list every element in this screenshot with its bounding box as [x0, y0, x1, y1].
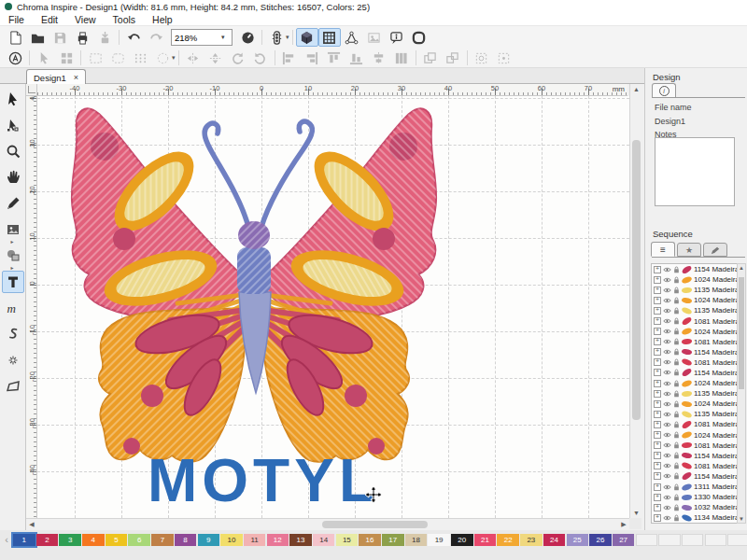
select-lasso-dropdown-icon[interactable]: ▾ [172, 54, 176, 62]
redwork-tool-button[interactable] [2, 323, 24, 345]
visibility-eye-icon[interactable] [663, 422, 671, 427]
design-info-button[interactable] [386, 28, 408, 47]
menu-help[interactable]: Help [144, 13, 181, 25]
lock-icon[interactable] [673, 328, 680, 335]
save-button[interactable] [49, 28, 71, 47]
lock-icon[interactable] [673, 431, 680, 439]
palette-swatch-5[interactable]: 5 [106, 534, 128, 546]
visibility-eye-icon[interactable] [663, 442, 671, 448]
lock-icon[interactable] [673, 369, 680, 376]
sequence-scrollbar[interactable]: ▲ ▼ [737, 263, 746, 524]
lock-icon[interactable] [673, 276, 680, 284]
sequence-row[interactable]: +1024 Madeira R [652, 295, 740, 305]
sequence-row[interactable]: +1135 Madeira R [652, 409, 740, 419]
scroll-down-icon[interactable]: ▼ [630, 510, 642, 516]
expand-icon[interactable]: + [654, 348, 661, 356]
sequence-row[interactable]: +1154 Madeira R [652, 347, 740, 357]
palette-swatch-15[interactable]: 15 [336, 534, 359, 546]
rotate-ccw-button[interactable] [227, 49, 249, 67]
select-mesh-button[interactable] [129, 49, 151, 67]
palette-swatch-21[interactable]: 21 [474, 534, 497, 546]
lock-icon[interactable] [673, 297, 680, 304]
design-info-tab[interactable]: i [652, 83, 676, 98]
visibility-eye-icon[interactable] [663, 473, 671, 479]
marquee-rounded-button[interactable] [106, 49, 129, 67]
applique-tool-button[interactable] [2, 375, 24, 398]
visibility-eye-icon[interactable] [663, 359, 671, 365]
sequence-list-tab[interactable]: ≡ [651, 242, 675, 257]
sequence-row[interactable]: +1154 Madeira R [652, 471, 740, 482]
visibility-eye-icon[interactable] [663, 495, 671, 500]
ungroup-button[interactable] [442, 49, 464, 67]
stitch-simulator-dropdown-icon[interactable]: ▾ [286, 34, 289, 41]
flip-v-button[interactable] [204, 49, 227, 67]
decoration-tool-button[interactable] [2, 349, 24, 371]
scroll-left-icon[interactable]: ◀ [27, 521, 36, 528]
align-bottom-button[interactable] [345, 49, 368, 67]
transform-points-button[interactable] [493, 49, 515, 67]
palette-swatch-8[interactable]: 8 [175, 534, 197, 546]
visibility-eye-icon[interactable] [663, 515, 671, 521]
file-new-button[interactable] [4, 28, 26, 47]
seq-scroll-up-icon[interactable]: ▲ [738, 265, 745, 271]
shape-tool-flyout-icon[interactable]: ▸ [11, 264, 14, 271]
sequence-row[interactable]: +1330 Madeira R [652, 492, 740, 502]
visibility-eye-icon[interactable] [663, 463, 671, 469]
lock-icon[interactable] [673, 338, 680, 345]
picture-tool-flyout-icon[interactable]: ▸ [11, 238, 14, 245]
lock-icon[interactable] [673, 452, 680, 459]
expand-icon[interactable]: + [654, 483, 661, 491]
palette-swatch-12[interactable]: 12 [267, 534, 289, 546]
redo-button[interactable] [145, 28, 167, 47]
show-nodes-button[interactable] [341, 28, 363, 47]
visibility-eye-icon[interactable] [663, 267, 671, 273]
palette-swatch-18[interactable]: 18 [405, 534, 428, 546]
visibility-eye-icon[interactable] [663, 391, 671, 397]
speed-dial-button[interactable] [236, 28, 259, 47]
print-button[interactable] [71, 28, 93, 47]
menu-file[interactable]: File [0, 13, 33, 25]
expand-icon[interactable]: + [654, 411, 661, 418]
visibility-eye-icon[interactable] [663, 484, 671, 490]
lock-icon[interactable] [673, 504, 680, 511]
select-blocks-button[interactable] [55, 49, 78, 67]
expand-icon[interactable]: + [654, 276, 661, 284]
lock-icon[interactable] [673, 472, 680, 480]
group-button[interactable] [419, 49, 442, 67]
visibility-eye-icon[interactable] [663, 329, 671, 334]
expand-icon[interactable]: + [654, 287, 661, 294]
menu-edit[interactable]: Edit [33, 13, 66, 25]
visibility-eye-icon[interactable] [663, 453, 671, 458]
palette-swatch-25[interactable]: 25 [567, 534, 589, 546]
canvas-vertical-scrollbar[interactable]: ▲ ▼ [629, 84, 641, 518]
palette-swatch-23[interactable]: 23 [520, 534, 543, 546]
sequence-row[interactable]: +1081 Madeira R [652, 315, 740, 326]
sequence-row[interactable]: +1024 Madeira R [652, 378, 740, 388]
expand-icon[interactable]: + [654, 431, 661, 439]
visibility-eye-icon[interactable] [663, 401, 671, 407]
palette-prev-icon[interactable]: ‹ [0, 534, 13, 545]
expand-icon[interactable]: + [654, 369, 661, 376]
palette-swatch-14[interactable]: 14 [313, 534, 335, 546]
sequence-favorites-tab[interactable]: ★ [677, 243, 701, 257]
align-center-button[interactable] [368, 49, 390, 67]
sequence-row[interactable]: +1154 Madeira R [652, 264, 740, 274]
sequence-row[interactable]: +1134 Madeira R [652, 512, 740, 523]
zoom-level-combo[interactable]: ▾ [171, 29, 233, 46]
lettering-tool-button[interactable] [2, 271, 24, 293]
palette-swatch-20[interactable]: 20 [451, 534, 473, 546]
visibility-eye-icon[interactable] [663, 370, 671, 375]
expand-icon[interactable]: + [654, 266, 661, 273]
shape-tool-button[interactable]: ▸ [2, 245, 24, 267]
expand-icon[interactable]: + [654, 452, 661, 459]
scroll-right-icon[interactable]: ▶ [619, 521, 628, 528]
visibility-eye-icon[interactable] [663, 505, 671, 511]
lock-icon[interactable] [673, 494, 680, 501]
sequence-row[interactable]: +1154 Madeira R [652, 451, 740, 461]
sequence-row[interactable]: +1135 Madeira R [652, 388, 740, 399]
align-right-button[interactable] [301, 49, 323, 67]
lock-icon[interactable] [673, 411, 680, 418]
view-3d-button[interactable] [296, 28, 318, 47]
export-machine-button[interactable] [93, 28, 116, 47]
undo-button[interactable] [122, 28, 145, 47]
